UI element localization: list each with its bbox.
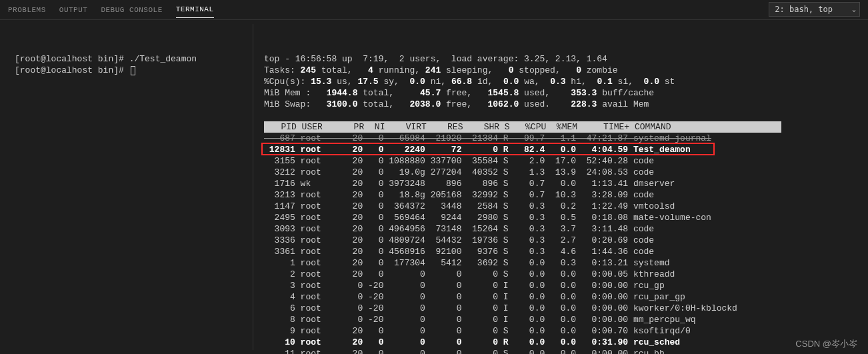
process-row: 3155 root 20 0 1088880 337700 35584 S 2.…: [264, 156, 654, 166]
terminal-left-pane[interactable]: [root@localhost bin]# ./Test_deamon [roo…: [0, 20, 253, 354]
watermark: CSDN @岑小岑: [795, 338, 857, 350]
process-row: 3361 root 20 0 4568916 92100 9376 S 0.3 …: [264, 247, 654, 257]
process-row: 6 root 0 -20 0 0 0 I 0.0 0.0 0:00.00 kwo…: [264, 303, 737, 313]
terminal-right-pane[interactable]: top - 16:56:58 up 7:19, 2 users, load av…: [253, 20, 868, 354]
process-row: 1 root 20 0 177304 5412 3692 S 0.0 0.3 0…: [264, 258, 670, 268]
tab-problems[interactable]: PROBLEMS: [8, 2, 46, 18]
terminal-split: [root@localhost bin]# ./Test_deamon [roo…: [0, 20, 868, 354]
process-row: 10 root 20 0 0 0 0 R 0.0 0.0 0:31.90 rcu…: [264, 337, 680, 347]
chevron-down-icon: ⌄: [852, 5, 856, 13]
process-row: 3093 root 20 0 4964956 73148 15264 S 0.3…: [264, 224, 654, 234]
terminal-shell-selector[interactable]: 2: bash, top: [769, 2, 860, 17]
process-row: 1147 root 20 0 364372 3448 2584 S 0.3 0.…: [264, 201, 675, 211]
process-row: 3213 root 20 0 18.8g 205168 32992 S 0.7 …: [264, 190, 654, 200]
process-row: 4 root 0 -20 0 0 0 I 0.0 0.0 0:00.00 rcu…: [264, 292, 685, 302]
process-row: 3212 root 20 0 19.0g 277204 40352 S 1.3 …: [264, 167, 654, 177]
process-row: 12831 root 20 0 2240 72 0 R 82.4 0.0 4:0…: [264, 145, 691, 155]
process-row: 2495 root 20 0 569464 9244 2980 S 0.3 0.…: [264, 213, 711, 223]
process-row: 687 root 20 0 65984 21920 21384 R 99.7 1…: [264, 133, 711, 143]
process-row: 9 root 20 0 0 0 0 S 0.0 0.0 0:00.70 ksof…: [264, 326, 691, 336]
process-row: 8 root 0 -20 0 0 0 I 0.0 0.0 0:00.00 mm_…: [264, 315, 696, 325]
process-row: 3336 root 20 0 4809724 54432 19736 S 0.3…: [264, 235, 654, 245]
process-row: 3 root 0 -20 0 0 0 I 0.0 0.0 0:00.00 rcu…: [264, 281, 665, 291]
top-column-header: PID USER PR NI VIRT RES SHR S %CPU %MEM …: [264, 121, 781, 133]
panel-tabbar: PROBLEMS OUTPUT DEBUG CONSOLE TERMINAL: [0, 0, 868, 20]
process-row: 11 root 20 0 0 0 0 S 0.0 0.0 0:00.00 rcu…: [264, 349, 665, 354]
process-row: 2 root 20 0 0 0 0 S 0.0 0.0 0:00.05 kthr…: [264, 269, 675, 279]
tab-output[interactable]: OUTPUT: [59, 2, 88, 18]
process-row: 1716 wk 20 0 3973248 896 896 S 0.7 0.0 1…: [264, 179, 675, 189]
tab-debug-console[interactable]: DEBUG CONSOLE: [101, 2, 162, 18]
cursor: [131, 66, 135, 75]
tab-terminal[interactable]: TERMINAL: [176, 1, 214, 18]
